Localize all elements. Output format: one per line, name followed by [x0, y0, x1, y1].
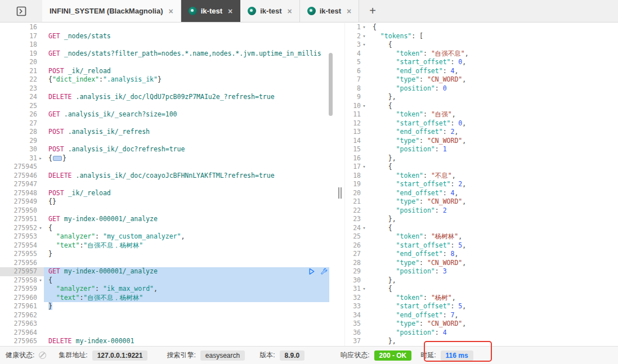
request-line[interactable]: 275964: [0, 329, 337, 338]
request-line[interactable]: 16: [0, 23, 337, 32]
request-line[interactable]: 25: [0, 102, 337, 111]
console-icon[interactable]: [0, 0, 42, 22]
request-line[interactable]: 275959 "analyzer": "ik_max_word",: [0, 285, 337, 294]
request-line[interactable]: 17GET _nodes/stats: [0, 32, 337, 41]
request-line[interactable]: 275945: [0, 163, 337, 172]
response-line[interactable]: 36 "position": 4: [345, 329, 618, 338]
request-line[interactable]: 21POST _ik/_reload: [0, 67, 337, 76]
response-line[interactable]: 35 "type": "CN_WORD",: [345, 320, 618, 329]
response-line[interactable]: 9 },: [345, 93, 618, 102]
request-line[interactable]: 275965DELETE my-index-000001: [0, 337, 337, 346]
tab-ik-test[interactable]: ik-test×: [240, 0, 299, 22]
wrench-icon[interactable]: [320, 268, 328, 275]
response-line[interactable]: 33 "start_offset": 5,: [345, 302, 618, 311]
response-line[interactable]: 4 "token": "自强不息",: [345, 50, 618, 59]
tab-ik-test[interactable]: ik-test×: [300, 0, 359, 22]
response-line[interactable]: 3▾ {: [345, 41, 618, 50]
response-line[interactable]: 24▾ {: [345, 224, 618, 233]
response-line[interactable]: 34 "end_offset": 7,: [345, 311, 618, 320]
request-line[interactable]: 18: [0, 41, 337, 50]
response-line[interactable]: 30 },: [345, 276, 618, 285]
response-line[interactable]: 31▾ {: [345, 285, 618, 294]
fold-toggle-icon[interactable]: ▾: [361, 32, 368, 41]
response-panel[interactable]: 1▾{2▾ "tokens": [3▾ {4 "token": "自强不息",5…: [344, 23, 618, 346]
fold-toggle-icon[interactable]: ▸: [37, 154, 44, 163]
response-line[interactable]: 18 "token": "不息",: [345, 172, 618, 181]
splitter-grip-icon[interactable]: [338, 187, 342, 199]
response-line[interactable]: 17▾ {: [345, 163, 618, 172]
tab-infini-system-blackmagnolia[interactable]: INFINI_SYSTEM (BlackMagnolia)×: [42, 0, 181, 22]
response-line[interactable]: 27 "end_offset": 8,: [345, 250, 618, 259]
request-line[interactable]: 22{"dict_index":".analysis_ik"}: [0, 75, 337, 84]
fold-toggle-icon[interactable]: ▾: [361, 224, 368, 233]
request-line[interactable]: 24DELETE .analysis_ik/_doc/lQdU7pcB09zP7…: [0, 93, 337, 102]
request-line[interactable]: 275955}: [0, 250, 337, 259]
request-line[interactable]: 30POST .analysis_ik/_doc?refresh=true: [0, 145, 337, 154]
request-line[interactable]: 27: [0, 119, 337, 128]
response-line[interactable]: 23 },: [345, 215, 618, 224]
tab-close-icon[interactable]: ×: [347, 7, 351, 15]
response-line[interactable]: 6 "end_offset": 4,: [345, 67, 618, 76]
request-line[interactable]: 19GET _nodes/stats?filter_path=nodes.*.n…: [0, 50, 337, 59]
request-line[interactable]: 28POST .analysis_ik/_refresh: [0, 128, 337, 137]
request-line[interactable]: 275949{}: [0, 197, 337, 206]
request-line[interactable]: 23: [0, 84, 337, 93]
response-line[interactable]: 2▾ "tokens": [: [345, 32, 618, 41]
request-line[interactable]: 275952▾{: [0, 224, 337, 233]
request-line[interactable]: 275960 "text":"自强不息，杨树林": [0, 294, 337, 303]
response-line[interactable]: 8 "position": 0: [345, 84, 618, 93]
response-line[interactable]: 12 "start_offset": 0,: [345, 119, 618, 128]
response-line[interactable]: 10▾ {: [345, 102, 618, 111]
tab-close-icon[interactable]: ×: [169, 7, 173, 15]
request-line[interactable]: 275953 "analyzer": "my_custom_analyzer",: [0, 232, 337, 241]
response-line[interactable]: 26 "start_offset": 5,: [345, 241, 618, 250]
request-editor-panel[interactable]: 1617GET _nodes/stats1819GET _nodes/stats…: [0, 23, 337, 346]
fold-toggle-icon[interactable]: ▾: [37, 276, 44, 285]
fold-toggle-icon[interactable]: ▾: [361, 41, 368, 50]
request-line[interactable]: 275946DELETE .analysis_ik/_doc/coayoJcBF…: [0, 172, 337, 181]
response-line[interactable]: 25 "token": "杨树林",: [345, 232, 618, 241]
request-line[interactable]: 275950: [0, 206, 337, 215]
response-line[interactable]: 14 "type": "CN_WORD",: [345, 137, 618, 146]
response-line[interactable]: 16 },: [345, 154, 618, 163]
request-line[interactable]: 275948POST _ik/_reload: [0, 189, 337, 198]
response-line[interactable]: 28 "type": "CN_WORD",: [345, 259, 618, 268]
request-line[interactable]: 20: [0, 58, 337, 67]
request-line[interactable]: 275962: [0, 311, 337, 320]
request-line[interactable]: 275951GET my-index-000001/_analyze: [0, 215, 337, 224]
request-line[interactable]: 275956: [0, 259, 337, 268]
fold-toggle-icon[interactable]: ▾: [361, 102, 368, 111]
response-line[interactable]: 19 "start_offset": 2,: [345, 180, 618, 189]
response-line[interactable]: 15 "position": 1: [345, 145, 618, 154]
request-line[interactable]: 275961}: [0, 302, 337, 311]
fold-toggle-icon[interactable]: ▾: [361, 23, 368, 32]
response-line[interactable]: 20 "end_offset": 4,: [345, 189, 618, 198]
editor-scrollbar[interactable]: [329, 53, 333, 116]
tab-ik-test[interactable]: ik-test×: [181, 0, 240, 22]
response-line[interactable]: 1▾{: [345, 23, 618, 32]
response-line[interactable]: 37 },: [345, 337, 618, 346]
request-line[interactable]: 275954 "text":"自强不息，杨树林": [0, 241, 337, 250]
request-line[interactable]: 275947: [0, 180, 337, 189]
fold-toggle-icon[interactable]: ▾: [361, 285, 368, 294]
collapsed-fold-placeholder[interactable]: [53, 156, 62, 161]
response-line[interactable]: 21 "type": "CN_WORD",: [345, 197, 618, 206]
fold-toggle-icon[interactable]: ▾: [37, 224, 44, 233]
run-request-icon[interactable]: [308, 268, 315, 275]
request-line[interactable]: 29: [0, 137, 337, 146]
tab-close-icon[interactable]: ×: [288, 7, 292, 15]
request-line[interactable]: 275958▾{: [0, 276, 337, 285]
request-line[interactable]: 275963: [0, 320, 337, 329]
response-line[interactable]: 32 "token": "杨树",: [345, 294, 618, 303]
panel-splitter[interactable]: [337, 23, 344, 346]
response-line[interactable]: 22 "position": 2: [345, 206, 618, 215]
request-line[interactable]: 275957GET my-index-000001/_analyze: [0, 267, 337, 276]
request-line[interactable]: 31▸{}: [0, 154, 337, 163]
fold-toggle-icon[interactable]: ▾: [361, 163, 368, 172]
response-line[interactable]: 13 "end_offset": 2,: [345, 128, 618, 137]
request-line[interactable]: 26GET .analysis_ik/_search?size=100: [0, 110, 337, 119]
response-line[interactable]: 11 "token": "自强",: [345, 110, 618, 119]
tab-close-icon[interactable]: ×: [228, 7, 232, 15]
response-line[interactable]: 7 "type": "CN_WORD",: [345, 75, 618, 84]
response-line[interactable]: 5 "start_offset": 0,: [345, 58, 618, 67]
